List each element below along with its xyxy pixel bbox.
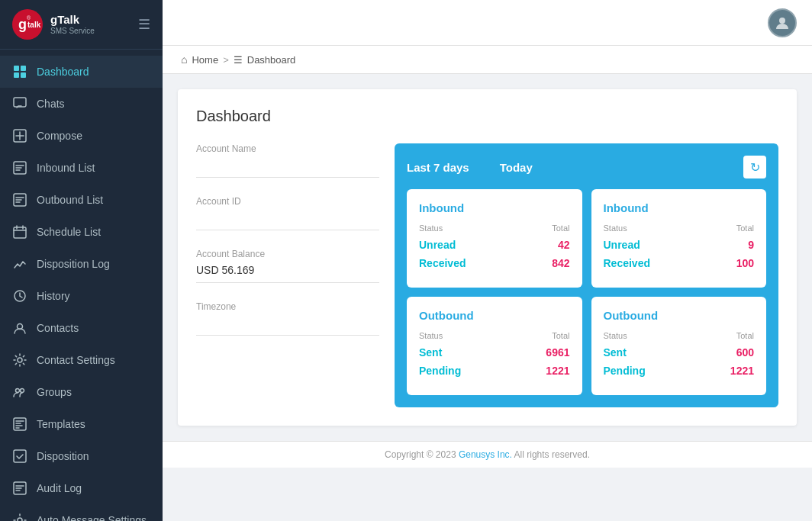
outbound-last7-sent-value: 6961 [546, 346, 569, 359]
dashboard-panel: Dashboard Account Name Account ID Accoun… [178, 89, 797, 426]
inbound-today-col-header: Status Total [604, 224, 755, 233]
sidebar-item-label: Disposition Log [37, 258, 110, 270]
svg-rect-8 [14, 98, 26, 107]
svg-point-17 [21, 389, 24, 393]
inbound-today-received-value: 100 [736, 257, 754, 269]
sidebar-item-label: Contacts [37, 322, 79, 334]
account-timezone-field: Timezone [196, 301, 379, 336]
account-id-label: Account ID [196, 196, 379, 207]
sidebar-item-dashboard[interactable]: Dashboard [0, 56, 163, 88]
compose-icon [12, 128, 27, 143]
sidebar-item-label: Inbound List [37, 162, 95, 174]
svg-point-16 [16, 389, 20, 393]
sidebar-item-label: Chats [37, 98, 65, 110]
sidebar-item-contacts[interactable]: Contacts [0, 312, 163, 344]
sidebar-item-groups[interactable]: Groups [0, 376, 163, 408]
sidebar-item-label: Groups [37, 386, 72, 398]
inbound-today-title: Inbound [604, 201, 755, 214]
inbound-today-status-label: Status [604, 224, 627, 233]
stats-header: Last 7 days Today ↻ [407, 156, 766, 178]
inbound-last7-unread-row: Unread 42 [419, 239, 570, 251]
sidebar-item-history[interactable]: History [0, 280, 163, 312]
svg-text:talk: talk [27, 21, 41, 29]
inbound-today-unread-row: Unread 9 [604, 239, 755, 251]
sidebar-item-disposition[interactable]: Disposition [0, 440, 163, 472]
page-content: ⌂ Home > ☰ Dashboard Dashboard Account N… [163, 46, 812, 521]
outbound-today-pending-value: 1221 [730, 365, 754, 377]
inbound-last7-status-label: Status [419, 224, 443, 233]
outbound-last7-total-label: Total [552, 331, 569, 340]
account-name-label: Account Name [196, 143, 379, 154]
inbound-today-unread-label: Unread [604, 239, 640, 251]
inbound-today-received-row: Received 100 [604, 257, 755, 269]
outbound-last7-col-header: Status Total [419, 331, 570, 340]
inbound-last7-received-value: 842 [552, 257, 569, 269]
svg-rect-7 [21, 72, 26, 78]
inbound-last7-unread-value: 42 [558, 239, 570, 251]
refresh-button[interactable]: ↻ [743, 156, 766, 178]
svg-rect-12 [14, 227, 26, 238]
svg-rect-18 [14, 418, 26, 430]
main-content: ⌂ Home > ☰ Dashboard Dashboard Account N… [163, 0, 812, 521]
outbound-last7-card: Outbound Status Total Sent 6961 Pending [407, 297, 582, 395]
history-icon [12, 288, 27, 304]
sidebar-item-label: Schedule List [37, 226, 101, 238]
outbound-today-total-label: Total [736, 331, 754, 340]
sidebar-item-label: Outbound List [37, 194, 103, 206]
sidebar-item-templates[interactable]: Templates [0, 408, 163, 440]
breadcrumb-home[interactable]: Home [192, 54, 218, 66]
chats-icon [12, 96, 27, 111]
outbound-last7-pending-row: Pending 1221 [419, 365, 570, 377]
sidebar-item-disposition-log[interactable]: Disposition Log [0, 248, 163, 280]
sidebar-item-label: Templates [37, 418, 85, 430]
inbound-last7-unread-label: Unread [419, 239, 456, 251]
sidebar-item-chats[interactable]: Chats [0, 88, 163, 120]
outbound-today-sent-label: Sent [604, 346, 627, 359]
sidebar-item-compose[interactable]: Compose [0, 120, 163, 152]
page-title: Dashboard [196, 108, 778, 125]
account-balance-label: Account Balance [196, 249, 379, 259]
sidebar-item-label: Dashboard [37, 66, 89, 78]
sidebar-item-contact-settings[interactable]: Contact Settings [0, 344, 163, 376]
user-avatar[interactable] [768, 8, 797, 37]
sidebar-item-outbound-list[interactable]: Outbound List [0, 184, 163, 216]
groups-icon [12, 384, 27, 400]
home-icon: ⌂ [181, 53, 187, 66]
stats-grid: Inbound Status Total Unread 42 Received [407, 189, 766, 395]
period-today-label: Today [500, 161, 533, 174]
svg-text:g: g [18, 17, 27, 32]
sidebar-item-label: Audit Log [37, 482, 82, 494]
contacts-icon [12, 320, 27, 336]
app-logo: g talk ® [12, 9, 43, 40]
account-balance-value: USD 56.169 [196, 264, 379, 283]
account-name-value [196, 159, 379, 178]
sidebar-item-schedule-list[interactable]: Schedule List [0, 216, 163, 248]
sidebar-item-audit-log[interactable]: Audit Log [0, 472, 163, 504]
disposition-icon [12, 449, 27, 464]
account-timezone-value [196, 317, 379, 336]
breadcrumb-icon: ☰ [234, 54, 243, 66]
outbound-today-pending-label: Pending [604, 365, 646, 377]
menu-toggle-icon[interactable]: ☰ [138, 16, 150, 33]
breadcrumb-separator: > [223, 54, 229, 66]
account-section: Account Name Account ID Account Balance … [196, 143, 379, 407]
audit-log-icon [12, 481, 27, 496]
outbound-last7-sent-row: Sent 6961 [419, 346, 570, 359]
sidebar-item-inbound-list[interactable]: Inbound List [0, 152, 163, 184]
footer-company-link[interactable]: Genusys Inc. [459, 449, 512, 460]
inbound-today-total-label: Total [736, 224, 754, 233]
app-subtitle: SMS Service [50, 27, 95, 36]
sidebar-item-auto-message-settings[interactable]: Auto Message Settings [0, 504, 163, 521]
outbound-list-icon [12, 192, 27, 207]
account-name-field: Account Name [196, 143, 379, 178]
inbound-today-received-label: Received [604, 257, 650, 269]
inbound-last7-received-row: Received 842 [419, 257, 570, 269]
outbound-today-sent-value: 600 [736, 346, 754, 359]
inbound-last7-received-label: Received [419, 257, 466, 269]
outbound-today-col-header: Status Total [604, 331, 755, 340]
schedule-list-icon [12, 224, 27, 240]
outbound-last7-status-label: Status [419, 331, 443, 340]
inbound-last7-title: Inbound [419, 201, 570, 214]
footer-copyright: Copyright © 2023 [385, 449, 459, 460]
outbound-today-sent-row: Sent 600 [604, 346, 755, 359]
